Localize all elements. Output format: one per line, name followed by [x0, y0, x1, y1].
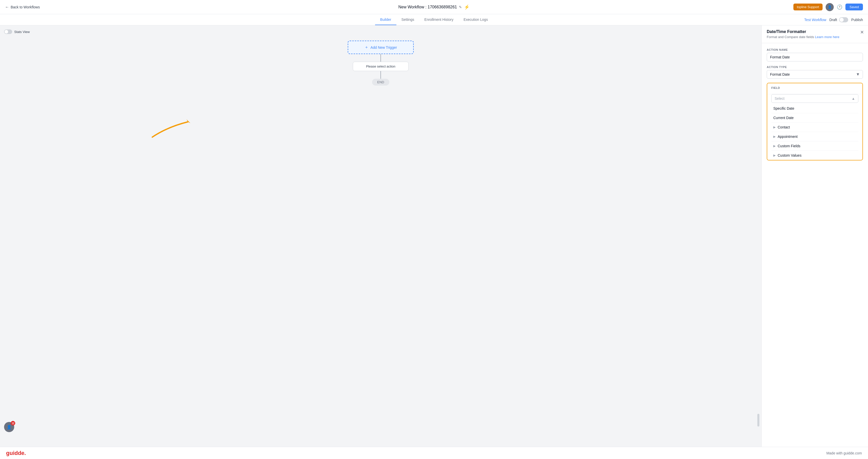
panel-body: ACTION NAME ACTION TYPE Format Date ▼ FI… [762, 43, 868, 165]
plus-icon: ＋ [365, 45, 369, 50]
action-type-field: ACTION TYPE Format Date ▼ [767, 65, 863, 79]
learn-more-link[interactable]: Learn more here [815, 35, 839, 39]
custom-fields-label: Custom Fields [778, 144, 800, 148]
made-with-tagline: Made with guidde.com [826, 451, 862, 455]
workflow-canvas: Stats View ＋ Add New Trigger Please sele… [0, 25, 762, 447]
field-section: FIELD Select ▲ Specific Date [767, 83, 863, 160]
notification-badge[interactable]: 👤 12 [4, 422, 14, 432]
action-label: Please select action [366, 64, 396, 68]
notification-count: 12 [11, 421, 15, 426]
dropdown-item-current-date[interactable]: Current Date [767, 113, 862, 122]
specific-date-label: Specific Date [773, 106, 794, 111]
action-name-label: ACTION NAME [767, 48, 863, 51]
panel-close-button[interactable]: ✕ [860, 29, 864, 35]
current-date-label: Current Date [773, 116, 794, 120]
support-button[interactable]: topline Support [794, 4, 823, 10]
action-type-select[interactable]: Format Date [767, 70, 863, 79]
field-dropdown-list: Specific Date Current Date ▶ Contact [767, 104, 862, 160]
end-box: END [372, 79, 389, 86]
workflow-title: New Workflow : 1706636898261 ✎ ⚡ [399, 4, 470, 10]
nav-center: New Workflow : 1706636898261 ✎ ⚡ [399, 4, 470, 10]
tab-enrollment-history[interactable]: Enrollment History [419, 14, 458, 25]
stats-toggle-section: Stats View [4, 29, 30, 34]
stats-toggle-switch[interactable] [4, 29, 12, 34]
action-type-select-wrapper: Format Date ▼ [767, 70, 863, 79]
end-label: END [377, 80, 384, 84]
action-name-field: ACTION NAME [767, 48, 863, 61]
svg-marker-0 [187, 119, 190, 123]
add-trigger-button[interactable]: ＋ Add New Trigger [348, 41, 414, 54]
arrow-annotation [147, 112, 198, 142]
guidde-logo: guidde. [6, 450, 26, 456]
workflow-title-text: New Workflow : 1706636898261 [399, 5, 457, 9]
dropdown-item-specific-date[interactable]: Specific Date [767, 104, 862, 113]
field-select-row: Select ▲ [767, 94, 862, 104]
action-name-input[interactable] [767, 53, 863, 61]
tab-execution-logs[interactable]: Execution Logs [458, 14, 493, 25]
tab-right-actions: Test Workflow Draft Publish [804, 17, 863, 22]
dropdown-item-custom-fields[interactable]: ▶ Custom Fields [767, 142, 862, 151]
dropdown-item-contact[interactable]: ▶ Contact [767, 123, 862, 132]
custom-fields-expand-icon: ▶ [773, 144, 776, 148]
field-section-header: FIELD [767, 83, 862, 94]
toggle-thumb [840, 18, 844, 22]
action-type-label: ACTION TYPE [767, 65, 863, 68]
field-select-placeholder: Select [775, 96, 784, 100]
main-content: Stats View ＋ Add New Trigger Please sele… [0, 25, 868, 447]
avatar[interactable]: 👤 [826, 3, 834, 11]
nav-right: topline Support 👤 🕐 Saved [794, 3, 863, 11]
appointment-expand-icon: ▶ [773, 135, 776, 139]
field-select-chevron-icon: ▲ [851, 96, 855, 100]
tabs-center: Builder Settings Enrollment History Exec… [375, 14, 493, 25]
contact-label: Contact [778, 125, 790, 129]
dropdown-item-custom-values[interactable]: ▶ Custom Values [767, 151, 862, 160]
field-select-box[interactable]: Select ▲ [771, 94, 858, 103]
top-navigation: ← Back to Workflows New Workflow : 17066… [0, 0, 868, 14]
tab-settings[interactable]: Settings [396, 14, 419, 25]
custom-values-expand-icon: ▶ [773, 154, 776, 157]
canvas-scrollbar[interactable] [757, 414, 760, 427]
tab-bar: Builder Settings Enrollment History Exec… [0, 14, 868, 25]
field-label: FIELD [771, 86, 858, 89]
panel-header: Date/Time Formatter Format and Compare d… [762, 25, 868, 43]
stats-label: Stats View [14, 30, 30, 34]
custom-values-label: Custom Values [778, 153, 802, 157]
test-workflow-button[interactable]: Test Workflow [804, 18, 826, 22]
edit-icon[interactable]: ✎ [459, 5, 462, 9]
connector-line-2 [380, 71, 381, 79]
right-panel: Date/Time Formatter Format and Compare d… [762, 25, 868, 447]
bottom-bar: guidde. Made with guidde.com [0, 447, 868, 459]
panel-title: Date/Time Formatter [767, 29, 863, 34]
back-label: Back to Workflows [11, 5, 40, 9]
trigger-label: Add New Trigger [371, 45, 397, 50]
stats-toggle-thumb [5, 30, 8, 33]
back-arrow-icon: ← [5, 5, 9, 9]
panel-subtitle-text: Format and Compare date fields [767, 35, 814, 39]
clock-icon[interactable]: 🕐 [837, 4, 842, 10]
draft-label: Draft [830, 18, 837, 22]
dropdown-item-appointment[interactable]: ▶ Appointment [767, 132, 862, 141]
lightning-icon[interactable]: ⚡ [464, 4, 469, 10]
draft-toggle-switch[interactable] [839, 17, 848, 22]
appointment-label: Appointment [778, 134, 798, 139]
action-type-value: Format Date [770, 72, 790, 76]
action-box[interactable]: Please select action [353, 62, 409, 71]
draft-toggle-section: Draft [830, 17, 848, 22]
workflow-nodes: ＋ Add New Trigger Please select action E… [348, 25, 414, 86]
tab-builder[interactable]: Builder [375, 14, 397, 25]
publish-button[interactable]: Publish [851, 18, 863, 22]
connector-line-1 [380, 54, 381, 62]
saved-button[interactable]: Saved [845, 4, 863, 10]
panel-subtitle: Format and Compare date fields Learn mor… [767, 35, 863, 39]
contact-expand-icon: ▶ [773, 125, 776, 129]
back-to-workflows-button[interactable]: ← Back to Workflows [5, 5, 40, 9]
